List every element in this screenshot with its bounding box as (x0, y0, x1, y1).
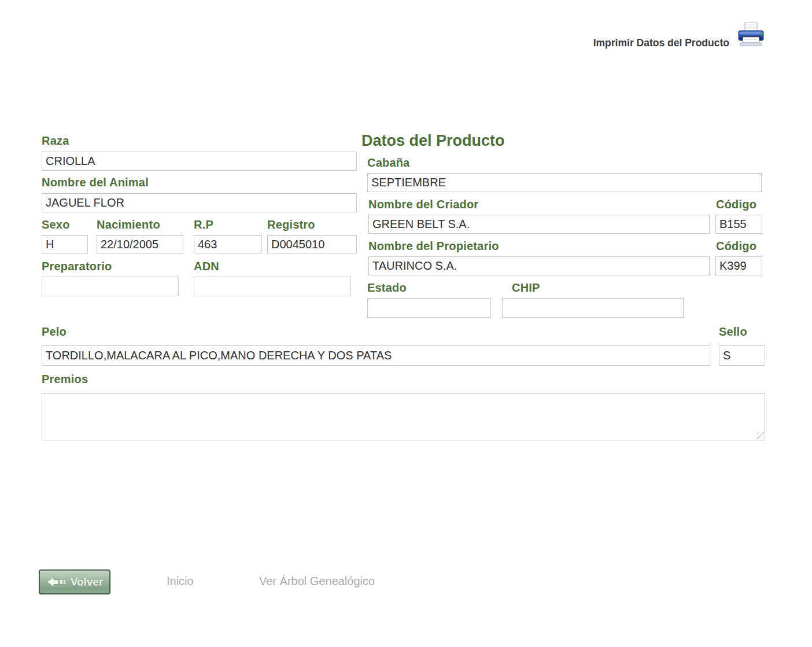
page-title: Datos del Producto (361, 132, 505, 150)
nombre-animal-input[interactable] (42, 193, 357, 212)
preparatorio-label: Preparatorio (42, 260, 112, 273)
preparatorio-input[interactable] (42, 277, 179, 296)
sello-input[interactable] (719, 345, 765, 366)
premios-textarea[interactable] (42, 393, 765, 440)
estado-input[interactable] (367, 298, 491, 318)
raza-input[interactable] (42, 152, 357, 171)
ver-arbol-genealogico-link[interactable]: Ver Árbol Genealógico (259, 575, 375, 588)
volver-button-label: Volver (71, 576, 104, 589)
nacimiento-input[interactable] (97, 235, 183, 253)
propietario-input[interactable] (368, 256, 710, 275)
print-product-data-label[interactable]: Imprimir Datos del Producto (593, 24, 729, 49)
chip-input[interactable] (502, 298, 684, 318)
inicio-link[interactable]: Inicio (167, 575, 194, 588)
nacimiento-label: Nacimiento (97, 218, 160, 231)
cabana-input[interactable] (367, 173, 762, 192)
nombre-animal-label: Nombre del Animal (42, 176, 149, 189)
pelo-label: Pelo (42, 325, 67, 339)
sexo-input[interactable] (42, 235, 88, 253)
cabana-label: Cabaña (367, 156, 409, 170)
registro-input[interactable] (267, 235, 357, 253)
rp-label: R.P (194, 218, 213, 231)
sello-label: Sello (719, 325, 747, 339)
criador-codigo-label: Código (716, 198, 756, 211)
propietario-label: Nombre del Propietario (368, 240, 499, 253)
registro-label: Registro (267, 218, 315, 231)
estado-label: Estado (367, 281, 407, 295)
criador-label: Nombre del Criador (368, 198, 478, 211)
printer-icon[interactable] (737, 22, 765, 52)
propietario-codigo-input[interactable] (715, 256, 762, 275)
rp-input[interactable] (194, 235, 262, 253)
chip-label: CHIP (512, 281, 540, 295)
back-arrow-icon (46, 576, 67, 588)
adn-input[interactable] (194, 277, 351, 296)
raza-label: Raza (42, 134, 69, 148)
pelo-input[interactable] (42, 345, 710, 366)
adn-label: ADN (194, 260, 219, 273)
criador-codigo-input[interactable] (715, 215, 762, 234)
premios-label: Premios (42, 373, 88, 386)
product-data-page: Imprimir Datos del Producto Raza Nombre … (0, 0, 812, 647)
propietario-codigo-label: Código (716, 240, 756, 253)
print-product-data-button[interactable]: Imprimir Datos del Producto (593, 22, 765, 52)
volver-button[interactable]: Volver (39, 569, 110, 594)
criador-input[interactable] (368, 215, 710, 234)
sexo-label: Sexo (42, 218, 70, 231)
